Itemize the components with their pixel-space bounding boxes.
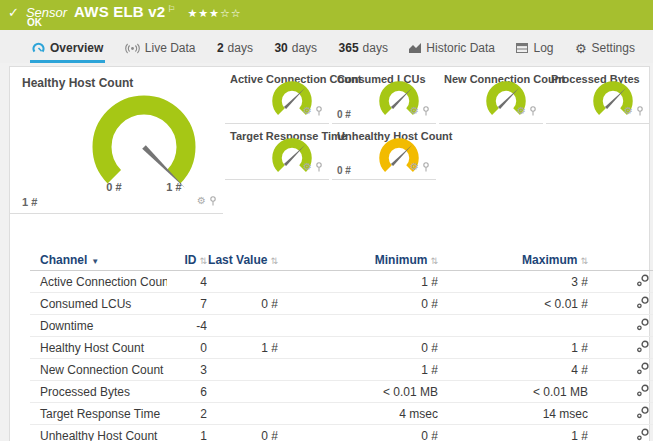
pin-icon[interactable]	[315, 158, 323, 176]
channel-settings-icon[interactable]	[636, 362, 650, 378]
sort-icon: ⇅	[199, 256, 207, 266]
sort-desc-icon: ▼	[91, 257, 99, 266]
column-header-last-value[interactable]: Last Value⇅	[207, 249, 278, 271]
channel-name[interactable]: Processed Bytes	[40, 385, 130, 399]
tab-bar: Overview Live Data 2 days 30 days 365 da…	[0, 30, 653, 63]
pin-icon[interactable]	[422, 102, 430, 120]
channel-id: 0	[167, 337, 207, 359]
healthy-host-count-gauge[interactable]	[69, 95, 219, 197]
channel-last-value	[207, 359, 278, 381]
column-header-maximum[interactable]: Maximum⇅	[438, 249, 588, 271]
gauge-panel-processed-bytes[interactable]: Processed Bytes ⚙	[546, 67, 650, 124]
pin-icon[interactable]	[315, 102, 323, 120]
gear-icon[interactable]: ⚙	[517, 106, 526, 116]
channel-last-value	[207, 315, 278, 337]
gauge-panel-consumed-lcus[interactable]: Consumed LCUs 0 # ⚙	[332, 67, 436, 124]
channel-last-value: 0 #	[207, 425, 278, 441]
sensor-status-badge: OK	[27, 17, 42, 28]
channel-minimum: 4 msec	[278, 403, 438, 425]
channel-id: 2	[167, 403, 207, 425]
column-header-id[interactable]: ID⇅	[167, 249, 207, 271]
channel-name[interactable]: Consumed LCUs	[40, 297, 131, 311]
channel-maximum: 14 msec	[438, 403, 588, 425]
tab-live-data-label: Live Data	[145, 41, 196, 55]
tab-log[interactable]: Log	[514, 39, 555, 63]
channel-minimum: 0 #	[278, 337, 438, 359]
column-header-minimum[interactable]: Minimum⇅	[278, 249, 438, 271]
channel-settings-icon[interactable]	[636, 406, 650, 422]
channel-maximum	[438, 315, 588, 337]
tab-2-days-label: days	[228, 41, 253, 55]
channel-row: Unhealthy Host Count 1 0 # 0 # 1 #	[30, 425, 653, 441]
channel-settings-icon[interactable]	[636, 274, 650, 290]
gauge-panel-new-connection-count[interactable]: New Connection Count ⚙	[439, 67, 543, 124]
channel-row: Active Connection Count 4 1 # 3 #	[30, 271, 653, 293]
sort-icon: ⇅	[270, 256, 278, 266]
priority-flag-icon: ⚐	[167, 4, 175, 14]
channel-name[interactable]: Active Connection Count	[40, 275, 167, 289]
channel-name[interactable]: Healthy Host Count	[40, 341, 144, 355]
channel-settings-icon[interactable]	[636, 384, 650, 400]
pin-icon[interactable]	[636, 102, 644, 120]
tab-365-days[interactable]: 365 days	[337, 39, 390, 63]
channel-row: New Connection Count 3 1 # 4 #	[30, 359, 653, 381]
sort-icon: ⇅	[430, 256, 438, 266]
tab-2-days[interactable]: 2 days	[215, 39, 255, 63]
channel-name[interactable]: Unhealthy Host Count	[40, 429, 157, 441]
channel-last-value: 1 #	[207, 337, 278, 359]
priority-stars[interactable]: ★★★☆☆	[187, 7, 241, 20]
channel-maximum: 3 #	[438, 271, 588, 293]
sensor-overview-page: ✓ Sensor AWS ELB v2 ⚐ ★★★☆☆ OK Overview …	[0, 0, 653, 441]
gauge-icon	[32, 42, 45, 54]
gauge-scale-min: 0 #	[99, 181, 129, 193]
gauge-panel-healthy-host-count[interactable]: Healthy Host Count 0 # 1 # 1 # ⚙	[10, 67, 223, 214]
channel-name[interactable]: Downtime	[40, 319, 93, 333]
channel-settings-icon[interactable]	[636, 318, 650, 334]
gear-icon[interactable]: ⚙	[197, 196, 206, 206]
signal-icon	[125, 43, 140, 54]
channel-name[interactable]: New Connection Count	[40, 363, 163, 377]
channel-id: 4	[167, 271, 207, 293]
tab-30-days[interactable]: 30 days	[272, 39, 319, 63]
column-header-actions	[588, 249, 653, 271]
status-check-icon: ✓	[8, 5, 19, 20]
channel-maximum: 1 #	[438, 337, 588, 359]
channel-row: Downtime -4	[30, 315, 653, 337]
channel-row: Healthy Host Count 0 1 # 0 # 1 #	[30, 337, 653, 359]
channel-table: Channel▼ ID⇅ Last Value⇅ Minimum⇅ Maximu…	[30, 249, 650, 441]
gauge-panel-unhealthy-host-count[interactable]: Unhealthy Host Count 0 # ⚙	[332, 124, 436, 180]
gear-icon[interactable]: ⚙	[303, 162, 312, 172]
channel-id: 6	[167, 381, 207, 403]
tab-30-days-number: 30	[274, 41, 287, 55]
channel-maximum: 4 #	[438, 359, 588, 381]
gear-icon[interactable]: ⚙	[624, 106, 633, 116]
pin-icon[interactable]	[529, 102, 537, 120]
tab-historic-data[interactable]: Historic Data	[407, 39, 497, 63]
channel-last-value: 0 #	[207, 293, 278, 315]
gauge-panel-active-connection-count[interactable]: Active Connection Count ⚙	[225, 67, 329, 124]
gear-icon[interactable]: ⚙	[410, 106, 419, 116]
pin-icon[interactable]	[422, 158, 430, 176]
tab-overview[interactable]: Overview	[30, 39, 105, 63]
pin-icon[interactable]	[209, 192, 217, 210]
channel-minimum: 0 #	[278, 425, 438, 441]
gear-icon[interactable]: ⚙	[303, 106, 312, 116]
gear-icon[interactable]: ⚙	[410, 162, 419, 172]
channel-row: Processed Bytes 6 < 0.01 MB < 0.01 MB	[30, 381, 653, 403]
channel-settings-icon[interactable]	[636, 296, 650, 312]
tab-settings-label: Settings	[592, 41, 635, 55]
tab-365-days-label: days	[363, 41, 388, 55]
channel-name[interactable]: Target Response Time	[40, 407, 160, 421]
gauge-last-value: 1 #	[22, 196, 37, 208]
tab-365-days-number: 365	[339, 41, 359, 55]
gauge-panel-target-response-time[interactable]: Target Response Time ⚙	[225, 124, 329, 180]
channel-maximum: 1 #	[438, 425, 588, 441]
channel-settings-icon[interactable]	[636, 428, 650, 441]
tab-settings[interactable]: ⚙ Settings	[573, 39, 637, 63]
column-header-channel[interactable]: Channel▼	[30, 249, 167, 271]
channel-id: 7	[167, 293, 207, 315]
tab-historic-data-label: Historic Data	[426, 41, 495, 55]
tab-live-data[interactable]: Live Data	[123, 39, 198, 63]
chart-icon	[409, 43, 421, 53]
channel-settings-icon[interactable]	[636, 340, 650, 356]
